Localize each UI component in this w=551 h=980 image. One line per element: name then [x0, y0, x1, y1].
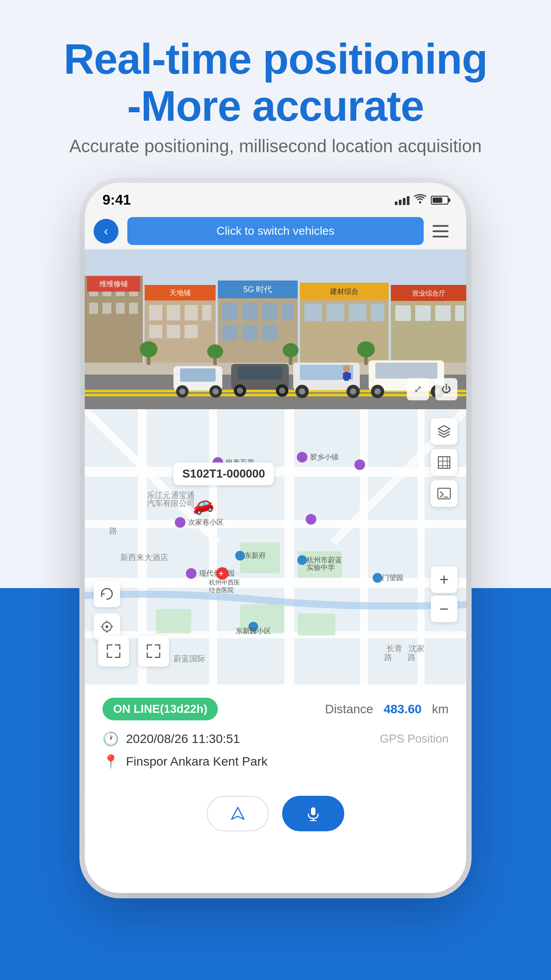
- voice-button[interactable]: [282, 796, 344, 831]
- svg-rect-27: [222, 303, 238, 320]
- svg-text:新西来大酒店: 新西来大酒店: [120, 553, 168, 562]
- svg-point-69: [350, 388, 356, 395]
- svg-text:杭州中西医: 杭州中西医: [209, 579, 240, 586]
- svg-point-81: [283, 343, 299, 357]
- power-icon[interactable]: ⏻: [435, 378, 457, 400]
- svg-point-0: [419, 201, 421, 203]
- layers-icon: [437, 424, 452, 439]
- layers-button[interactable]: [431, 418, 457, 445]
- gps-label: GPS Position: [380, 732, 449, 746]
- svg-rect-11: [129, 303, 138, 314]
- wifi-icon: [414, 194, 426, 206]
- refresh-button[interactable]: [94, 581, 120, 607]
- menu-button[interactable]: [433, 219, 457, 244]
- svg-rect-33: [262, 325, 278, 340]
- location-pin-icon: 📍: [102, 754, 119, 769]
- map-right-controls: [431, 418, 457, 507]
- svg-rect-10: [116, 303, 125, 314]
- back-button[interactable]: ‹: [94, 219, 118, 244]
- svg-point-107: [297, 452, 307, 462]
- clock-icon: 🕐: [102, 731, 119, 747]
- svg-point-55: [179, 388, 185, 395]
- svg-rect-102: [156, 609, 191, 633]
- zoom-out-button[interactable]: −: [431, 596, 457, 622]
- info-panel: ON LINE(13d22h) Distance 483.60 km 🕐 202…: [85, 684, 466, 782]
- svg-rect-96: [360, 409, 368, 684]
- svg-text:路: 路: [384, 653, 392, 662]
- svg-point-73: [374, 388, 381, 395]
- svg-rect-46: [435, 305, 451, 321]
- expand-button-2[interactable]: [138, 636, 169, 667]
- svg-rect-151: [311, 807, 315, 815]
- expand-button-1[interactable]: [98, 636, 129, 667]
- svg-rect-86: [343, 373, 346, 379]
- svg-point-110: [175, 517, 185, 528]
- signal-bars-icon: [395, 195, 409, 205]
- svg-rect-19: [185, 305, 198, 320]
- svg-rect-95: [284, 409, 294, 684]
- info-row-datetime: 🕐 2020/08/26 11:30:51 GPS Position: [102, 731, 449, 747]
- menu-line-3: [433, 236, 449, 237]
- navigate-button[interactable]: [207, 796, 269, 831]
- expand-arrows-icon-1: [106, 643, 122, 659]
- svg-text:乐江元通宝通: 乐江元通宝通: [147, 491, 195, 500]
- fullscreen-icon[interactable]: ⤢: [407, 378, 429, 400]
- status-badge: ON LINE(13d22h): [102, 698, 218, 720]
- zoom-in-button[interactable]: +: [431, 566, 457, 593]
- svg-rect-32: [242, 325, 258, 340]
- svg-rect-17: [149, 305, 162, 320]
- svg-point-63: [279, 387, 285, 394]
- svg-text:胶乡小镇: 胶乡小镇: [310, 453, 338, 461]
- svg-rect-37: [304, 304, 322, 321]
- map-left-controls: [94, 581, 120, 640]
- svg-rect-9: [102, 303, 111, 314]
- menu-line-1: [433, 225, 449, 227]
- svg-rect-18: [167, 305, 180, 320]
- top-nav: ‹ Click to switch vehicles: [85, 213, 466, 249]
- svg-rect-94: [209, 409, 217, 684]
- svg-rect-53: [180, 368, 216, 382]
- vehicle-label: S102T1-000000: [173, 462, 274, 485]
- svg-rect-30: [282, 303, 293, 320]
- svg-rect-8: [89, 303, 98, 314]
- svg-text:门望园: 门望园: [382, 574, 403, 581]
- svg-point-145: [106, 625, 108, 628]
- svg-rect-39: [349, 304, 366, 321]
- distance-unit: km: [432, 702, 449, 716]
- svg-rect-71: [375, 363, 437, 379]
- terminal-button[interactable]: [431, 480, 457, 507]
- svg-rect-31: [222, 325, 238, 340]
- refresh-icon: [100, 587, 114, 601]
- svg-point-83: [357, 341, 375, 357]
- distance-info: Distance 483.60 km: [325, 702, 449, 716]
- svg-rect-20: [202, 305, 211, 320]
- svg-text:汽车有限公司: 汽车有限公司: [147, 499, 195, 508]
- voice-icon: [306, 806, 321, 821]
- svg-point-61: [237, 387, 243, 394]
- svg-rect-87: [348, 373, 351, 379]
- phone-frame: 9:41: [85, 183, 466, 893]
- svg-text:路: 路: [408, 653, 416, 662]
- map-area[interactable]: 银泰百货 胶乡小镇 次家巷小区 现代创意园 + 杭州中西医 结合医院 东新府: [85, 409, 466, 684]
- svg-point-77: [140, 341, 157, 357]
- svg-text:营业综合厅: 营业综合厅: [412, 289, 445, 297]
- svg-text:路: 路: [109, 526, 117, 535]
- locate-icon: [100, 620, 114, 634]
- street-view-controls: ⤢ ⏻: [407, 378, 457, 400]
- svg-point-67: [299, 388, 305, 395]
- hero-title-line2: -More accurate: [127, 82, 424, 130]
- switch-vehicles-tooltip[interactable]: Click to switch vehicles: [127, 217, 424, 245]
- svg-rect-137: [438, 457, 450, 468]
- fence-button[interactable]: [431, 449, 457, 476]
- svg-text:次家巷小区: 次家巷小区: [188, 518, 224, 526]
- phone-wrapper: 9:41: [85, 183, 466, 893]
- hero-subtitle: Accurate positioning, millisecond locati…: [63, 136, 487, 156]
- distance-label: Distance: [325, 702, 373, 716]
- svg-point-124: [373, 573, 382, 583]
- expand-buttons: [98, 636, 169, 667]
- menu-line-2: [433, 230, 449, 232]
- svg-text:+: +: [219, 569, 224, 578]
- svg-rect-22: [167, 325, 180, 338]
- svg-point-79: [207, 344, 223, 359]
- navigate-icon: [230, 806, 245, 821]
